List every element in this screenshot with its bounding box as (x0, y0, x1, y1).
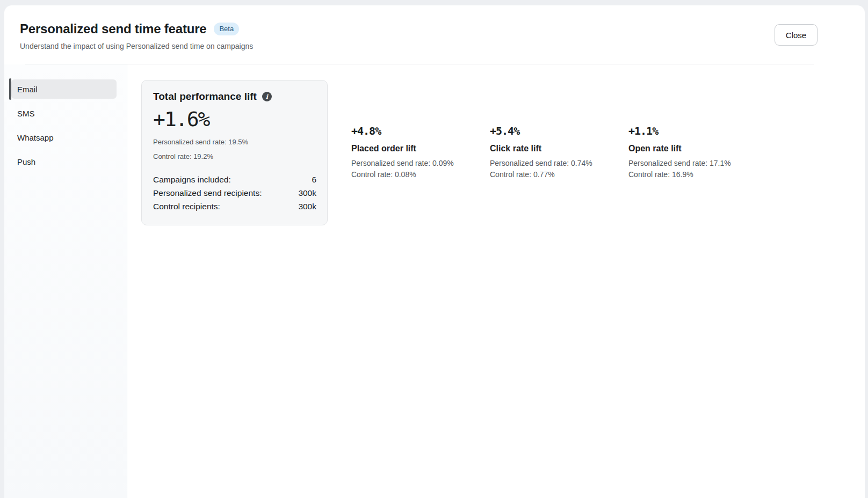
header: Personalized send time feature Beta Unde… (4, 5, 865, 64)
stat-label: Personalized send recipients: (153, 186, 262, 200)
metric-title: Open rate lift (628, 144, 767, 153)
control-rate-line: Control rate: 19.2% (153, 152, 316, 160)
stat-row-personalized-recipients: Personalized send recipients: 300k (153, 186, 316, 200)
close-button[interactable]: Close (775, 24, 818, 46)
stat-value: 300k (298, 200, 316, 213)
main-content: Total performance lift i +1.6% Personali… (127, 64, 865, 498)
page-title: Personalized send time feature (20, 21, 206, 36)
metric-control-rate: Control rate: 16.9% (628, 169, 767, 180)
metric-title: Click rate lift (490, 144, 628, 153)
metric-lift-value: +5.4% (490, 124, 628, 137)
stat-label: Campaigns included: (153, 173, 231, 186)
metric-personalized-rate: Personalized send rate: 0.74% (490, 158, 628, 169)
body: Email SMS Whatsapp Push Total performanc… (4, 64, 865, 498)
stat-row-control-recipients: Control recipients: 300k (153, 200, 316, 213)
sidebar-item-push[interactable]: Push (11, 152, 117, 171)
sidebar-item-label: SMS (17, 109, 35, 118)
info-icon[interactable]: i (262, 92, 272, 101)
metric-personalized-rate: Personalized send rate: 0.09% (351, 158, 490, 169)
sidebar-item-email[interactable]: Email (11, 79, 117, 99)
metric-personalized-rate: Personalized send rate: 17.1% (628, 158, 767, 169)
title-row: Personalized send time feature Beta (20, 21, 849, 36)
stat-value: 300k (298, 186, 316, 200)
metric-placed-order-lift: +4.8% Placed order lift Personalized sen… (351, 124, 490, 180)
metric-control-rate: Control rate: 0.77% (490, 169, 628, 180)
personalized-rate-line: Personalized send rate: 19.5% (153, 138, 316, 146)
metric-control-rate: Control rate: 0.08% (351, 169, 490, 180)
metric-open-rate-lift: +1.1% Open rate lift Personalized send r… (628, 124, 767, 180)
sidebar-item-label: Whatsapp (17, 133, 54, 142)
sidebar-item-label: Email (17, 85, 38, 94)
page-subtitle: Understand the impact of using Personali… (20, 42, 849, 50)
total-lift-value: +1.6% (153, 107, 316, 131)
sidebar-item-label: Push (17, 157, 35, 166)
stat-label: Control recipients: (153, 200, 220, 213)
card-title: Total performance lift (153, 91, 257, 102)
sidebar-item-sms[interactable]: SMS (11, 104, 117, 123)
channel-sidebar: Email SMS Whatsapp Push (4, 64, 127, 498)
card-title-row: Total performance lift i (153, 91, 316, 102)
modal-panel: Personalized send time feature Beta Unde… (4, 5, 865, 498)
beta-badge: Beta (214, 23, 239, 35)
total-performance-card: Total performance lift i +1.6% Personali… (141, 80, 328, 225)
stat-row-campaigns: Campaigns included: 6 (153, 173, 316, 186)
metric-lift-value: +1.1% (628, 124, 767, 137)
metric-title: Placed order lift (351, 144, 490, 153)
stats-list: Campaigns included: 6 Personalized send … (153, 173, 316, 213)
stat-value: 6 (312, 173, 316, 186)
metric-lift-value: +4.8% (351, 124, 490, 137)
metric-click-rate-lift: +5.4% Click rate lift Personalized send … (490, 124, 628, 180)
sidebar-item-whatsapp[interactable]: Whatsapp (11, 128, 117, 147)
metric-columns: +4.8% Placed order lift Personalized sen… (351, 124, 767, 180)
